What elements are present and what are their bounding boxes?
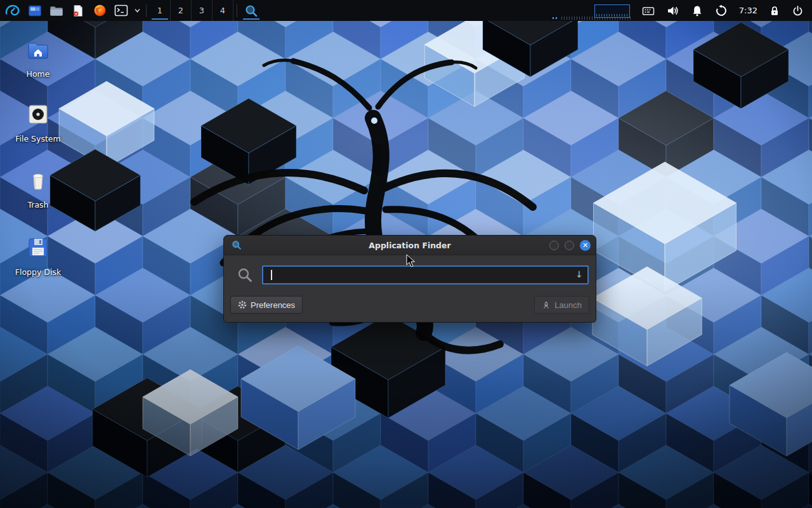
terminal-dropdown-button[interactable] — [132, 0, 143, 21]
gear-icon — [238, 300, 247, 309]
volume-control[interactable] — [660, 0, 685, 21]
search-input[interactable]: ↓ — [262, 265, 589, 284]
lock-icon — [769, 4, 780, 17]
desktop-icon-label: Trash — [27, 200, 48, 210]
window-title: Application Finder — [224, 241, 596, 250]
desktop-icon-file-system[interactable]: File System — [8, 103, 69, 144]
preferences-label: Preferences — [251, 300, 295, 310]
desktop-icon-trash[interactable]: Trash — [8, 169, 69, 210]
search-input-field[interactable] — [272, 268, 571, 282]
taskbar-item-terminal[interactable] — [110, 0, 132, 21]
desktop-icon-label: File System — [15, 134, 61, 144]
taskbar-item-file-manager[interactable] — [46, 0, 67, 21]
minimize-button[interactable] — [549, 241, 559, 250]
applications-menu-button[interactable] — [0, 0, 24, 21]
window-buttons: ✕ — [549, 236, 591, 255]
close-button[interactable]: ✕ — [580, 240, 591, 251]
notifications[interactable] — [685, 0, 709, 21]
desktop-icon-label: Floppy Disk — [15, 267, 61, 277]
magnifier-icon — [244, 4, 258, 18]
panel-right: 7:32 — [553, 0, 812, 21]
workspace-label: 4 — [220, 6, 225, 15]
file-system-icon — [27, 103, 49, 126]
firefox-icon — [93, 4, 107, 17]
monitor-graph-dots — [553, 17, 558, 19]
document-icon — [72, 4, 84, 17]
taskbar-item-application-finder[interactable] — [240, 0, 262, 21]
workspace-4[interactable]: 4 — [213, 0, 233, 21]
desktop-icon-floppy-disk[interactable]: Floppy Disk — [8, 236, 69, 277]
top-panel: 1 2 3 4 — [0, 0, 812, 21]
clock-label: 7:32 — [739, 6, 757, 15]
taskbar-item-document[interactable] — [67, 0, 89, 21]
power-icon — [792, 4, 804, 17]
maximize-button[interactable] — [565, 241, 574, 250]
rocket-icon — [542, 300, 551, 310]
floppy-disk-icon — [27, 236, 49, 259]
entry-dropdown-arrow-icon[interactable]: ↓ — [575, 269, 583, 279]
desktop-icon-label: Home — [27, 69, 50, 79]
updates-indicator[interactable] — [709, 0, 733, 21]
monitor-graph-box — [594, 4, 630, 18]
titlebar[interactable]: Application Finder ✕ — [224, 236, 596, 255]
clock[interactable]: 7:32 — [733, 0, 763, 21]
launch-label: Launch — [554, 300, 582, 310]
window-icon — [28, 4, 42, 17]
folder-icon — [49, 4, 63, 17]
workspace-2[interactable]: 2 — [171, 0, 192, 21]
desktop-icon-home[interactable]: Home — [8, 38, 69, 79]
workspace-1[interactable]: 1 — [150, 0, 171, 21]
panel-separator — [146, 4, 147, 17]
update-arrow-icon — [715, 4, 728, 17]
search-icon — [237, 267, 253, 283]
terminal-icon — [114, 4, 128, 17]
bell-icon — [691, 4, 704, 17]
logout-power-button[interactable] — [786, 0, 809, 21]
button-row: Preferences Launch — [224, 287, 596, 322]
taskbar-item-window[interactable] — [24, 0, 46, 21]
chevron-down-icon — [134, 7, 141, 14]
launch-button[interactable]: Launch — [534, 296, 589, 314]
search-row: ↓ — [224, 255, 596, 287]
kali-logo-icon — [4, 3, 20, 19]
panel-separator — [237, 4, 237, 17]
trash-icon — [27, 169, 49, 192]
keyboard-indicator[interactable] — [636, 0, 660, 21]
taskbar-item-firefox[interactable] — [89, 0, 110, 21]
system-monitor-widget[interactable] — [553, 0, 632, 21]
workspace-label: 2 — [178, 6, 183, 15]
home-folder-icon — [27, 38, 49, 61]
application-finder-window: Application Finder ✕ ↓ Preferences — [223, 235, 596, 323]
workspace-3[interactable]: 3 — [192, 0, 213, 21]
panel-left: 1 2 3 4 — [0, 0, 262, 21]
speaker-icon — [666, 4, 679, 17]
workspace-label: 1 — [157, 6, 162, 15]
screen-lock[interactable] — [763, 0, 786, 21]
keyboard-icon — [642, 4, 655, 17]
workspace-label: 3 — [199, 6, 204, 15]
preferences-button[interactable]: Preferences — [230, 296, 303, 314]
